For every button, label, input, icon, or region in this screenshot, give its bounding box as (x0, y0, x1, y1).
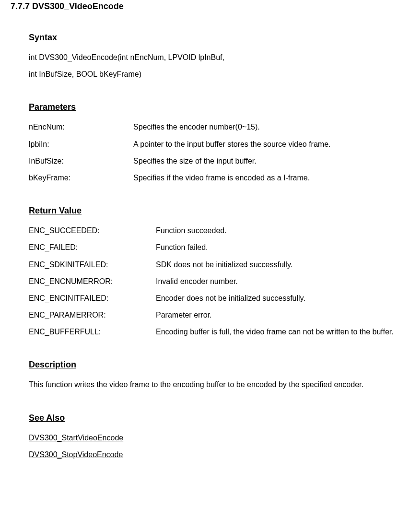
return-name: ENC_PARAMERROR: (29, 307, 156, 323)
return-value-heading: Return Value (29, 204, 396, 217)
return-desc: Function failed. (156, 239, 396, 256)
return-row: ENC_SDKINITFAILED: SDK does not be initi… (29, 256, 396, 273)
param-row: bKeyFrame: Specifies if the video frame … (29, 169, 396, 186)
see-also-link[interactable]: DVS300_StopVideoEncode (29, 446, 396, 463)
param-name: bKeyFrame: (29, 169, 133, 186)
param-row: lpbiIn: A pointer to the input buffer st… (29, 136, 396, 153)
syntax-line1: int DVS300_VideoEncode(int nEncNum, LPVO… (29, 49, 396, 66)
syntax-line2: int InBufSize, BOOL bKeyFrame) (29, 66, 396, 83)
return-desc: SDK does not be initialized successfully… (156, 256, 396, 273)
return-desc: Encoder does not be initialized successf… (156, 290, 396, 307)
param-name: nEncNum: (29, 118, 133, 135)
see-also-heading: See Also (29, 412, 396, 425)
param-desc: A pointer to the input buffer stores the… (133, 136, 396, 153)
see-also-link[interactable]: DVS300_StartVideoEncode (29, 429, 396, 446)
param-desc: Specifies the encoder number(0~15). (133, 118, 396, 135)
return-row: ENC_FAILED: Function failed. (29, 239, 396, 256)
return-name: ENC_BUFFERFULL: (29, 323, 156, 340)
return-name: ENC_SUCCEEDED: (29, 222, 156, 239)
return-desc: Invalid encoder number. (156, 273, 396, 290)
description-text: This function writes the video frame to … (29, 376, 396, 393)
return-desc: Encoding buffer is full, the video frame… (156, 323, 396, 340)
param-desc: Specifies the size of the input buffer. (133, 153, 396, 169)
param-row: InBufSize: Specifies the size of the inp… (29, 153, 396, 169)
return-name: ENC_SDKINITFAILED: (29, 256, 156, 273)
return-name: ENC_ENCINITFAILED: (29, 290, 156, 307)
return-row: ENC_PARAMERROR: Parameter error. (29, 307, 396, 323)
return-desc: Function succeeded. (156, 222, 396, 239)
param-name: lpbiIn: (29, 136, 133, 153)
return-row: ENC_SUCCEEDED: Function succeeded. (29, 222, 396, 239)
return-row: ENC_BUFFERFULL: Encoding buffer is full,… (29, 323, 396, 340)
return-row: ENC_ENCNUMERROR: Invalid encoder number. (29, 273, 396, 290)
return-row: ENC_ENCINITFAILED: Encoder does not be i… (29, 290, 396, 307)
return-name: ENC_FAILED: (29, 239, 156, 256)
parameters-heading: Parameters (29, 101, 396, 114)
param-name: InBufSize: (29, 153, 133, 169)
return-desc: Parameter error. (156, 307, 396, 323)
param-row: nEncNum: Specifies the encoder number(0~… (29, 118, 396, 135)
return-name: ENC_ENCNUMERROR: (29, 273, 156, 290)
section-title: 7.7.7 DVS300_VideoEncode (11, 0, 396, 13)
description-heading: Description (29, 358, 396, 371)
syntax-heading: Syntax (29, 31, 396, 44)
param-desc: Specifies if the video frame is encoded … (133, 169, 396, 186)
